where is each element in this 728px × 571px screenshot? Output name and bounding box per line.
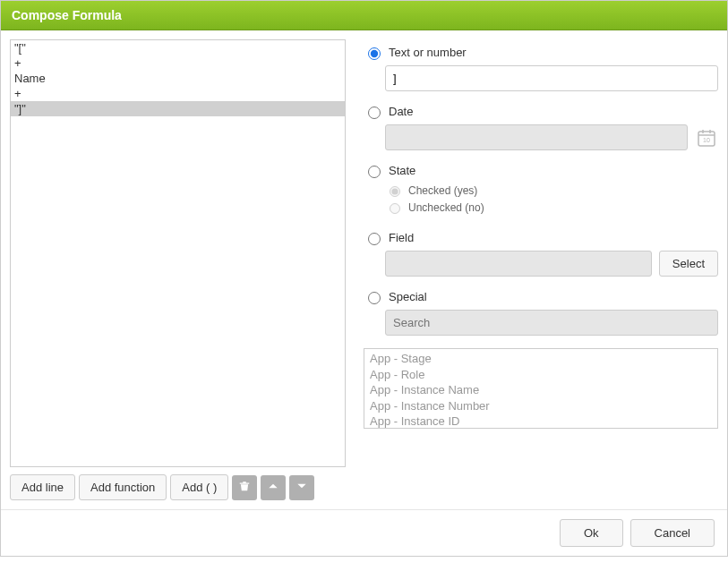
special-item[interactable]: App - Instance ID xyxy=(370,413,712,429)
field-select-button[interactable]: Select xyxy=(659,251,718,277)
state-label: State xyxy=(389,164,415,177)
field-label: Field xyxy=(389,231,414,244)
date-label: Date xyxy=(389,105,413,118)
text-or-number-group: Text or number xyxy=(364,45,718,91)
text-or-number-radio[interactable] xyxy=(368,47,381,60)
formula-line[interactable]: Name xyxy=(11,71,345,86)
text-or-number-label: Text or number xyxy=(389,46,467,59)
state-unchecked-radio xyxy=(390,203,400,214)
date-group: Date 10 xyxy=(364,104,718,150)
text-or-number-input[interactable] xyxy=(385,65,718,91)
special-item[interactable]: App - Instance Name xyxy=(370,382,712,398)
dialog-body: "["+Name+"]" Add line Add function Add (… xyxy=(1,30,727,509)
special-group: Special xyxy=(364,289,718,336)
left-button-bar: Add line Add function Add ( ) xyxy=(10,474,346,500)
formula-list[interactable]: "["+Name+"]" xyxy=(10,39,346,467)
dialog-title: Compose Formula xyxy=(1,1,727,30)
special-radio[interactable] xyxy=(368,292,381,304)
field-input xyxy=(385,251,652,277)
special-label: Special xyxy=(389,290,427,303)
add-line-button[interactable]: Add line xyxy=(10,474,75,500)
date-input xyxy=(385,124,688,150)
state-radio[interactable] xyxy=(368,166,381,178)
chevron-down-icon xyxy=(295,480,308,495)
formula-line[interactable]: "[" xyxy=(11,40,345,55)
add-parens-button[interactable]: Add ( ) xyxy=(170,474,228,500)
move-up-button[interactable] xyxy=(261,475,286,500)
special-list[interactable]: App - StageApp - RoleApp - Instance Name… xyxy=(364,348,718,429)
compose-formula-dialog: Compose Formula "["+Name+"]" Add line Ad… xyxy=(0,0,728,557)
special-item[interactable]: App - Stage xyxy=(370,351,712,367)
delete-button[interactable] xyxy=(232,475,257,500)
field-group: Field Select xyxy=(364,230,718,277)
dialog-footer: Ok Cancel xyxy=(1,509,727,556)
cancel-button[interactable]: Cancel xyxy=(630,519,715,547)
right-pane: Text or number Date 10 xyxy=(364,39,718,500)
add-function-button[interactable]: Add function xyxy=(79,474,167,500)
state-checked-radio xyxy=(390,186,400,197)
state-group: State Checked (yes) Unchecked (no) xyxy=(364,163,718,217)
left-pane: "["+Name+"]" Add line Add function Add (… xyxy=(10,39,346,500)
field-radio[interactable] xyxy=(368,233,381,245)
move-down-button[interactable] xyxy=(289,475,314,500)
state-unchecked-label: Unchecked (no) xyxy=(408,201,484,214)
calendar-icon[interactable]: 10 xyxy=(695,126,718,149)
special-item[interactable]: App - Instance Number xyxy=(370,398,712,414)
special-item[interactable]: App - Role xyxy=(370,367,712,383)
chevron-up-icon xyxy=(267,480,279,495)
formula-line[interactable]: + xyxy=(11,86,345,101)
state-checked-label: Checked (yes) xyxy=(408,184,477,197)
formula-line[interactable]: "]" xyxy=(11,101,345,116)
ok-button[interactable]: Ok xyxy=(560,519,623,547)
formula-line[interactable]: + xyxy=(11,55,345,71)
svg-text:10: 10 xyxy=(703,137,710,143)
special-search-input[interactable] xyxy=(385,310,718,336)
trash-icon xyxy=(238,480,251,495)
date-radio[interactable] xyxy=(368,107,381,119)
